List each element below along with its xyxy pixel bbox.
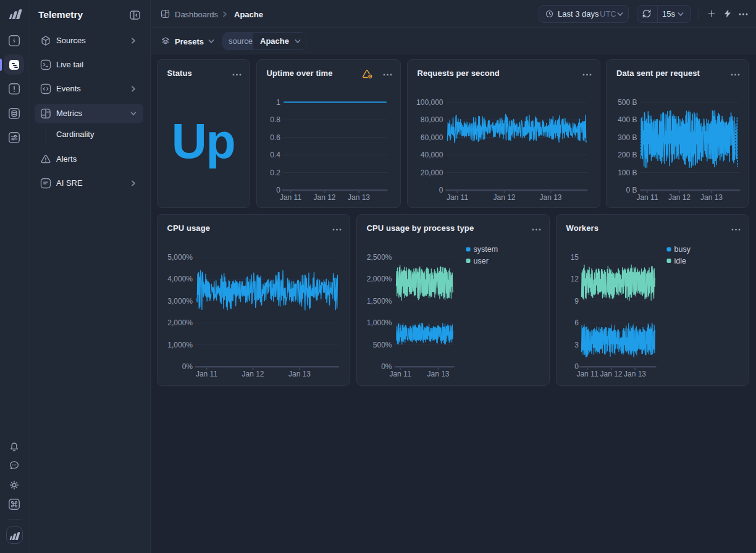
- svg-text:Jan 11: Jan 11: [576, 370, 598, 378]
- svg-text:Jan 13: Jan 13: [427, 370, 449, 378]
- svg-text:Jan 11: Jan 11: [636, 193, 658, 202]
- svg-text:Jan 11: Jan 11: [389, 370, 411, 378]
- svg-text:0%: 0%: [182, 362, 193, 371]
- svg-text:Jan 11: Jan 11: [279, 193, 301, 202]
- svg-text:1: 1: [276, 98, 280, 107]
- svg-text:200 B: 200 B: [618, 151, 637, 159]
- svg-text:12: 12: [570, 275, 579, 283]
- svg-text:Jan 12: Jan 12: [600, 370, 622, 378]
- svg-text:0: 0: [439, 186, 443, 194]
- svg-text:20,000: 20,000: [420, 168, 443, 177]
- svg-text:9: 9: [574, 297, 579, 306]
- svg-text:Jan 11: Jan 11: [446, 193, 468, 202]
- svg-text:system: system: [473, 245, 498, 254]
- svg-text:Jan 12: Jan 12: [313, 193, 335, 202]
- svg-text:60,000: 60,000: [420, 133, 443, 142]
- svg-text:300 B: 300 B: [618, 133, 637, 142]
- svg-text:3,000%: 3,000%: [167, 297, 193, 306]
- svg-text:Jan 13: Jan 13: [700, 193, 723, 202]
- svg-text:2,000%: 2,000%: [167, 318, 193, 327]
- svg-text:Jan 13: Jan 13: [347, 193, 369, 202]
- svg-text:0.6: 0.6: [270, 133, 280, 142]
- svg-text:Jan 13: Jan 13: [623, 370, 645, 378]
- svg-text:4,000%: 4,000%: [167, 275, 193, 283]
- svg-text:0.2: 0.2: [270, 168, 280, 177]
- svg-text:100 B: 100 B: [618, 168, 637, 177]
- svg-text:2,000%: 2,000%: [366, 275, 392, 283]
- svg-text:Jan 11: Jan 11: [195, 370, 217, 378]
- svg-text:busy: busy: [674, 245, 691, 254]
- svg-text:0.4: 0.4: [270, 151, 280, 159]
- svg-text:Jan 13: Jan 13: [539, 193, 561, 202]
- svg-text:80,000: 80,000: [420, 115, 443, 124]
- svg-text:500%: 500%: [372, 341, 392, 349]
- svg-text:0.8: 0.8: [270, 115, 280, 124]
- svg-text:3: 3: [574, 341, 579, 349]
- svg-text:400 B: 400 B: [618, 115, 637, 124]
- svg-text:0 B: 0 B: [626, 186, 637, 194]
- svg-text:Jan 12: Jan 12: [493, 193, 515, 202]
- svg-text:Jan 12: Jan 12: [668, 193, 691, 202]
- svg-text:40,000: 40,000: [420, 151, 443, 159]
- svg-text:Jan 13: Jan 13: [288, 370, 310, 378]
- svg-text:100,000: 100,000: [416, 98, 443, 107]
- svg-text:1,500%: 1,500%: [366, 297, 392, 306]
- svg-text:6: 6: [574, 318, 579, 327]
- svg-text:user: user: [473, 257, 488, 265]
- svg-text:1,000%: 1,000%: [366, 318, 392, 327]
- svg-text:15: 15: [570, 253, 579, 262]
- svg-text:5,000%: 5,000%: [167, 253, 193, 262]
- svg-text:1,000%: 1,000%: [167, 341, 193, 349]
- svg-text:500 B: 500 B: [618, 98, 637, 107]
- svg-text:2,500%: 2,500%: [366, 253, 392, 262]
- svg-text:idle: idle: [674, 257, 686, 265]
- svg-text:Jan 12: Jan 12: [242, 370, 264, 378]
